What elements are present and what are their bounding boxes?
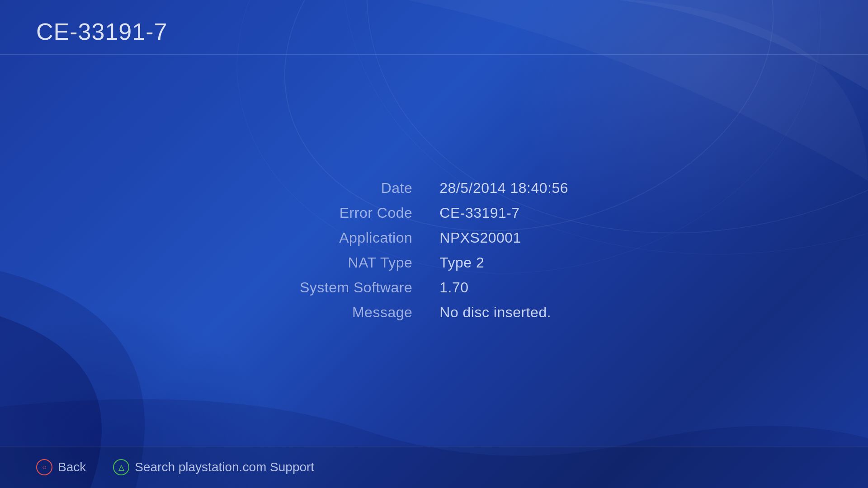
info-label-3: NAT Type: [300, 254, 412, 271]
info-value-0: 28/5/2014 18:40:56: [439, 180, 568, 197]
back-label: Back: [58, 460, 86, 474]
info-label-1: Error Code: [300, 205, 412, 221]
back-button-symbol: ○: [42, 463, 47, 471]
info-label-5: Message: [300, 304, 412, 321]
info-label-4: System Software: [300, 279, 412, 296]
search-label: Search playstation.com Support: [135, 460, 314, 474]
back-button-icon: ○: [36, 459, 52, 475]
search-button-symbol: △: [118, 463, 124, 472]
info-value-4: 1.70: [439, 279, 568, 296]
search-button-icon: △: [113, 459, 129, 475]
search-action[interactable]: △ Search playstation.com Support: [113, 459, 314, 475]
page-header: CE-33191-7: [0, 0, 868, 55]
info-value-3: Type 2: [439, 254, 568, 271]
info-value-2: NPXS20001: [439, 230, 568, 246]
info-label-0: Date: [300, 180, 412, 197]
info-label-2: Application: [300, 230, 412, 246]
back-action[interactable]: ○ Back: [36, 459, 86, 475]
footer-bar: ○ Back △ Search playstation.com Support: [0, 446, 868, 488]
page-title: CE-33191-7: [36, 18, 832, 45]
info-value-1: CE-33191-7: [439, 205, 568, 221]
info-value-5: No disc inserted.: [439, 304, 568, 321]
main-content: Date28/5/2014 18:40:56Error CodeCE-33191…: [0, 55, 868, 446]
error-info-table: Date28/5/2014 18:40:56Error CodeCE-33191…: [300, 180, 568, 321]
